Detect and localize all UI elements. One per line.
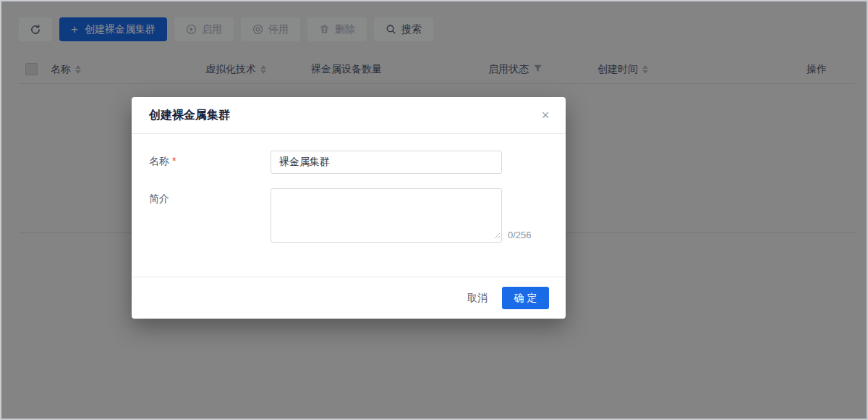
description-label-text: 简介 <box>149 193 169 204</box>
char-counter: 0/256 <box>508 230 532 240</box>
app-window: + 创建裸金属集群 启用 停 <box>0 0 868 420</box>
resize-grip-icon[interactable] <box>494 230 501 241</box>
modal-footer: 取消 确 定 <box>132 277 566 319</box>
description-textarea-wrap <box>271 188 502 243</box>
confirm-button[interactable]: 确 定 <box>502 287 549 309</box>
create-cluster-modal: 创建裸金属集群 × 名称* 简介 <box>132 97 566 319</box>
close-icon[interactable]: × <box>537 106 554 124</box>
name-field-label: 名称* <box>149 151 271 174</box>
description-field-label: 简介 <box>149 188 271 243</box>
modal-body: 名称* 简介 0/256 <box>132 134 566 243</box>
cancel-button[interactable]: 取消 <box>467 292 488 305</box>
form-row-description: 简介 0/256 <box>149 188 548 243</box>
name-label-text: 名称 <box>149 155 169 167</box>
required-asterisk: * <box>172 155 176 167</box>
name-input[interactable] <box>271 151 502 174</box>
description-textarea[interactable] <box>271 188 502 243</box>
modal-header: 创建裸金属集群 × <box>132 97 566 134</box>
form-row-name: 名称* <box>149 151 548 174</box>
modal-title: 创建裸金属集群 <box>149 108 230 123</box>
